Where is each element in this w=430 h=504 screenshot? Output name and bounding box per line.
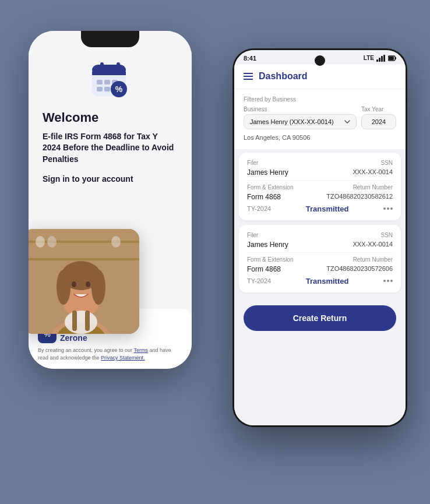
return-label-2: Return Number	[353, 256, 393, 263]
svg-rect-13	[29, 241, 139, 243]
svg-rect-28	[72, 311, 77, 331]
form-label-1: Form & Extension	[247, 184, 293, 191]
business-field-label: Business	[244, 106, 357, 112]
svg-rect-32	[376, 59, 378, 62]
filer-label-2: Filer	[247, 232, 258, 238]
business-dropdown[interactable]: James Henry (XXX-XX-0014)	[244, 114, 357, 129]
filer-label-1: Filer	[247, 160, 258, 166]
status-row-1: TY-2024 Transmitted	[247, 205, 393, 213]
form-value-1: Form 4868	[247, 193, 281, 201]
svg-rect-8	[97, 87, 103, 91]
card-row-filer-ssn-val-2: James Henry XXX-XX-0014	[247, 241, 393, 249]
dot-1	[383, 207, 386, 210]
svg-rect-37	[395, 57, 396, 59]
dropdown-arrow-icon	[344, 120, 350, 124]
card-row-filer-ssn-2: Filer SSN	[247, 232, 393, 238]
form-value-2: Form 4868	[247, 265, 281, 273]
svg-point-23	[57, 270, 71, 305]
status-time: 8:41	[244, 55, 256, 62]
ssn-label-1: SSN	[380, 160, 393, 166]
card-divider-2	[247, 252, 393, 253]
card-divider-1	[247, 180, 393, 181]
svg-rect-3	[100, 62, 104, 71]
svg-rect-35	[383, 55, 385, 62]
dot-6	[390, 280, 393, 282]
create-btn-wrap: Create Return	[234, 297, 406, 340]
hamburger-menu[interactable]	[244, 73, 253, 80]
svg-rect-2	[92, 72, 126, 75]
svg-rect-9	[104, 87, 110, 91]
transmitted-status-1: Transmitted	[306, 205, 349, 213]
welcome-title: Welcome	[43, 110, 178, 125]
svg-rect-5	[97, 80, 103, 84]
dots-menu-2[interactable]	[383, 280, 393, 282]
svg-point-24	[91, 270, 105, 305]
svg-rect-4	[117, 62, 120, 71]
dashboard-header: Dashboard	[234, 64, 406, 89]
status-row-2: TY-2024 Transmitted	[247, 277, 393, 286]
battery-icon	[388, 55, 396, 62]
dot-5	[387, 280, 389, 282]
tax-year-value: 2024	[361, 114, 396, 129]
create-return-button[interactable]: Create Return	[244, 305, 396, 331]
card-row-form-return-val: Form 4868 TZO486820230582612	[247, 193, 393, 201]
svg-point-26	[86, 281, 90, 287]
card-row-form-return: Form & Extension Return Number	[247, 184, 393, 191]
woman-image	[29, 229, 139, 334]
svg-rect-38	[389, 57, 394, 60]
form-label-2: Form & Extension	[247, 256, 293, 263]
phone-notch	[81, 31, 139, 47]
return-value-1: TZO486820230582612	[326, 193, 393, 201]
svg-point-27	[65, 311, 97, 334]
photo-card	[29, 229, 139, 334]
welcome-subtitle: E-file IRS Form 4868 for Tax Y 2024 Befo…	[43, 131, 178, 165]
tax-year-label: Tax Year	[361, 106, 396, 112]
filer-value-2: James Henry	[247, 241, 288, 249]
right-phone: 8:41 LTE	[232, 48, 407, 427]
card-row-form-return-val-2: Form 4868 TZO486820230572606	[247, 265, 393, 273]
menu-line-2	[244, 76, 253, 77]
menu-line-3	[244, 79, 253, 80]
svg-rect-14	[29, 258, 139, 260]
dot-3	[390, 207, 393, 210]
svg-point-15	[36, 236, 45, 248]
app-icon-area: %	[43, 60, 178, 101]
records-section: Filer SSN James Henry XXX-XX-0014 Form &…	[234, 153, 406, 292]
filter-section: Filtered by Business Business James Henr…	[234, 89, 406, 149]
svg-point-17	[111, 236, 121, 248]
card-row-filer-ssn: Filer SSN	[247, 160, 393, 166]
svg-rect-34	[381, 56, 383, 62]
ssn-value-2: XXX-XX-0014	[353, 241, 393, 249]
return-value-2: TZO486820230572606	[326, 265, 393, 273]
tax-year-wrap: Tax Year 2024	[361, 106, 396, 129]
svg-point-16	[47, 236, 57, 248]
phones-container: % Welcome E-file IRS Form 4868 for Tax Y…	[17, 13, 413, 491]
svg-text:%: %	[115, 84, 123, 94]
left-phone: % Welcome E-file IRS Form 4868 for Tax Y…	[29, 31, 192, 369]
filer-value-1: James Henry	[247, 168, 288, 177]
dashboard-title: Dashboard	[259, 71, 308, 82]
svg-point-25	[72, 281, 76, 287]
ty-badge-1: TY-2024	[247, 205, 271, 212]
camera-notch	[315, 55, 325, 66]
dots-menu-1[interactable]	[383, 207, 393, 210]
svg-rect-33	[379, 58, 380, 62]
menu-line-1	[244, 73, 253, 74]
dot-4	[383, 280, 386, 282]
record-card-2: Filer SSN James Henry XXX-XX-0014 Form &…	[239, 225, 401, 292]
status-icons: LTE	[364, 55, 396, 62]
card-row-filer-ssn-val: James Henry XXX-XX-0014	[247, 168, 393, 177]
calendar-icon: %	[90, 60, 131, 101]
transmitted-status-2: Transmitted	[306, 277, 349, 286]
business-value: James Henry (XXX-XX-0014)	[250, 118, 334, 125]
location-text: Los Angeles, CA 90506	[244, 134, 396, 141]
ssn-value-1: XXX-XX-0014	[353, 168, 393, 177]
ssn-label-2: SSN	[380, 232, 393, 238]
sign-in-text: Sign in to your account	[43, 174, 178, 184]
card-row-form-return-2: Form & Extension Return Number	[247, 256, 393, 263]
filter-label: Filtered by Business	[244, 96, 396, 103]
return-label-1: Return Number	[353, 184, 393, 191]
right-screen-content: Dashboard Filtered by Business Business …	[234, 64, 406, 425]
dot-2	[387, 207, 389, 210]
record-card-1: Filer SSN James Henry XXX-XX-0014 Form &…	[239, 153, 401, 220]
